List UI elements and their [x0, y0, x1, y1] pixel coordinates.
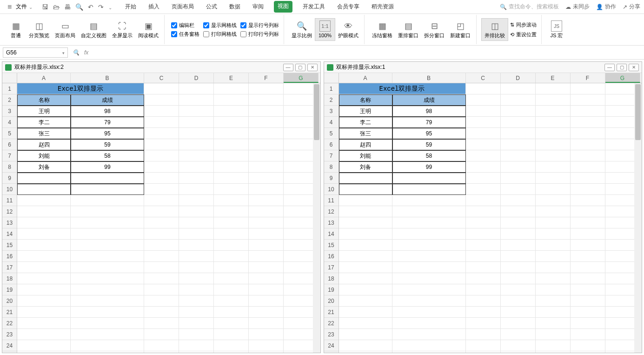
cell[interactable] — [339, 262, 392, 273]
cell[interactable] — [71, 318, 144, 329]
cell[interactable] — [17, 173, 71, 184]
row-header-15[interactable]: 15 — [2, 240, 17, 251]
cell[interactable] — [536, 173, 571, 184]
cell[interactable] — [339, 351, 392, 353]
chk-show-grid[interactable]: 显示网格线 — [203, 22, 237, 29]
cell[interactable] — [17, 195, 71, 206]
cell[interactable] — [392, 340, 466, 351]
cell[interactable] — [71, 228, 144, 240]
cell[interactable] — [17, 340, 71, 351]
row-header-24[interactable]: 24 — [324, 340, 339, 351]
normal-view-button[interactable]: ▦普通 — [6, 19, 26, 40]
cell[interactable] — [392, 251, 466, 262]
row-header-12[interactable]: 12 — [2, 206, 17, 217]
cell[interactable] — [71, 173, 144, 184]
cell[interactable] — [179, 161, 214, 173]
cell[interactable] — [501, 217, 536, 228]
cell[interactable] — [71, 184, 144, 195]
cell[interactable] — [501, 273, 536, 284]
cell[interactable] — [214, 161, 249, 173]
collab-button[interactable]: 👤 协作 — [596, 3, 616, 11]
sheet-area[interactable]: ABCDEFG123456789101112131415161718192021… — [2, 73, 320, 353]
col-header-C[interactable]: C — [466, 73, 501, 83]
cell[interactable] — [249, 273, 284, 284]
cell[interactable] — [144, 228, 179, 240]
cell[interactable] — [17, 273, 71, 284]
cell[interactable] — [339, 307, 392, 318]
cell[interactable] — [466, 284, 501, 295]
cell[interactable]: 59 — [71, 139, 144, 150]
cell[interactable] — [571, 195, 605, 206]
cell[interactable] — [179, 217, 214, 228]
cell[interactable] — [179, 251, 214, 262]
js-macro-button[interactable]: JSJS 宏 — [546, 19, 567, 40]
cell[interactable] — [466, 307, 501, 318]
tab-data[interactable]: 数据 — [227, 1, 242, 13]
cell[interactable] — [179, 195, 214, 206]
cell[interactable] — [71, 351, 144, 353]
zoom-100-button[interactable]: 1:1100% — [315, 18, 335, 40]
cell[interactable] — [571, 206, 605, 217]
cell[interactable] — [249, 173, 284, 184]
cell[interactable] — [214, 284, 249, 295]
col-header-B[interactable]: B — [71, 73, 144, 83]
cell[interactable] — [571, 340, 605, 351]
cell[interactable] — [179, 128, 214, 139]
cell[interactable]: 99 — [392, 161, 466, 173]
col-header-B[interactable]: B — [392, 73, 466, 83]
cell[interactable] — [392, 307, 466, 318]
cell[interactable] — [536, 195, 571, 206]
cell[interactable] — [501, 195, 536, 206]
cell[interactable] — [17, 351, 71, 353]
cell[interactable] — [214, 251, 249, 262]
cell[interactable] — [392, 217, 466, 228]
chk-print-grid-input[interactable] — [203, 31, 209, 37]
cell[interactable] — [214, 195, 249, 206]
chk-print-rowcol[interactable]: 打印行号列标 — [240, 31, 279, 38]
redo-icon[interactable]: ↷ — [98, 3, 104, 11]
row-header-1[interactable]: 1 — [324, 83, 339, 94]
cell[interactable] — [466, 106, 501, 117]
cell[interactable] — [536, 184, 571, 195]
cell[interactable] — [339, 329, 392, 340]
cell[interactable] — [214, 94, 249, 106]
cell[interactable] — [179, 340, 214, 351]
cell[interactable] — [501, 251, 536, 262]
save-icon[interactable]: 🖫 — [42, 3, 48, 11]
name-box-dropdown-icon[interactable] — [62, 49, 65, 56]
cell[interactable] — [144, 240, 179, 251]
cell[interactable]: 张三 — [339, 128, 392, 139]
cell[interactable] — [214, 273, 249, 284]
row-header-11[interactable]: 11 — [324, 195, 339, 206]
cell[interactable] — [501, 128, 536, 139]
cell[interactable]: 58 — [392, 150, 466, 161]
cell[interactable] — [501, 83, 536, 94]
chk-task-pane-input[interactable] — [171, 31, 177, 37]
cell[interactable] — [466, 318, 501, 329]
undo-icon[interactable]: ↶ — [88, 3, 93, 11]
cell[interactable] — [214, 295, 249, 307]
side-by-side-button[interactable]: ◫并排比较 — [481, 18, 508, 40]
row-header-3[interactable]: 3 — [324, 106, 339, 117]
cell[interactable] — [179, 150, 214, 161]
qat-more-icon[interactable] — [108, 3, 112, 11]
scrollbar-thumb[interactable] — [314, 84, 319, 140]
cell[interactable] — [214, 83, 249, 94]
cell[interactable] — [214, 184, 249, 195]
new-window-button[interactable]: ◰新建窗口 — [447, 19, 473, 40]
cell[interactable] — [571, 128, 605, 139]
cell[interactable] — [501, 206, 536, 217]
cell[interactable] — [536, 340, 571, 351]
cell[interactable] — [17, 284, 71, 295]
row-header-10[interactable]: 10 — [2, 184, 17, 195]
cell[interactable] — [144, 94, 179, 106]
cell[interactable] — [536, 351, 571, 353]
cell[interactable] — [214, 106, 249, 117]
row-header-3[interactable]: 3 — [2, 106, 17, 117]
cell[interactable] — [339, 273, 392, 284]
chk-edit-bar-input[interactable] — [171, 22, 177, 28]
col-header-F[interactable]: F — [249, 73, 284, 83]
cell[interactable] — [501, 161, 536, 173]
cell[interactable] — [17, 329, 71, 340]
cell[interactable] — [179, 206, 214, 217]
